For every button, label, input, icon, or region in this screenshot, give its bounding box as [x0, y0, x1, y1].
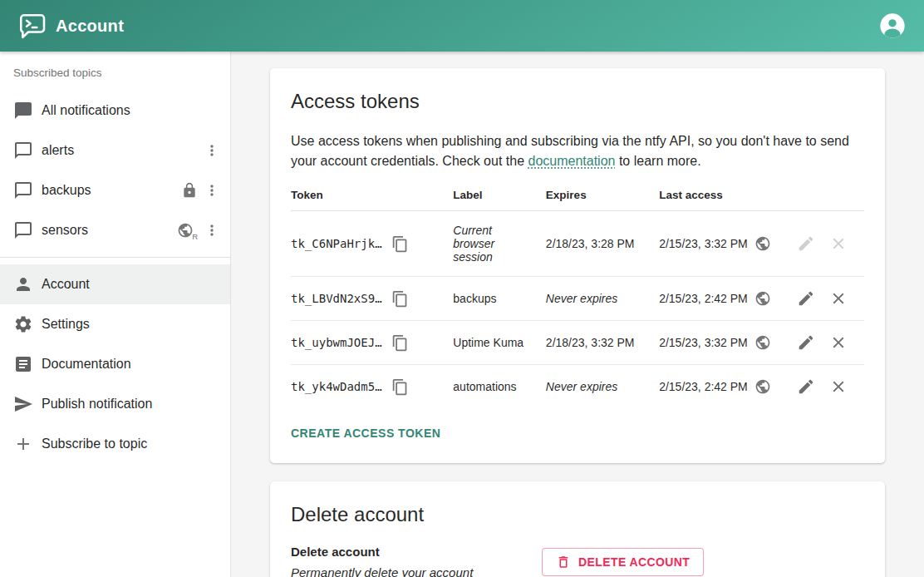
delete-account-card: Delete account Delete account Permanentl… — [270, 481, 885, 577]
chat-bubble-outline-icon — [13, 141, 33, 160]
close-icon[interactable] — [829, 333, 848, 352]
access-tokens-title: Access tokens — [291, 90, 864, 113]
token-label: Uptime Kuma — [453, 336, 533, 349]
documentation-link[interactable]: documentation — [528, 154, 616, 168]
description-text: to learn more. — [615, 154, 700, 168]
more-vert-icon — [204, 142, 220, 159]
delete-account-title: Delete account — [291, 503, 864, 526]
account-circle-icon — [879, 12, 906, 39]
sidebar-item-label: sensors — [42, 223, 177, 238]
globe-icon — [754, 290, 771, 307]
copy-icon[interactable] — [391, 378, 409, 396]
token-label: Current browser session — [453, 224, 533, 264]
table-row: tk_yk4wDadm5… automations Never expires … — [291, 365, 864, 409]
globe-icon — [754, 334, 771, 351]
globe-icon — [754, 378, 771, 395]
token-value: tk_C6NPaHrjk… — [291, 237, 382, 250]
token-expires: Never expires — [546, 380, 617, 393]
column-token: Token — [291, 180, 453, 211]
edit-icon[interactable] — [797, 377, 815, 396]
chat-bubble-outline-icon — [13, 180, 33, 200]
ntfy-logo-icon — [17, 11, 47, 41]
topic-menu-button[interactable] — [204, 142, 220, 159]
table-row: tk_C6NPaHrjk… Current browser session 2/… — [291, 211, 864, 277]
token-last-access: 2/15/23, 2:42 PM — [659, 292, 748, 305]
token-value: tk_yk4wDadm5… — [291, 380, 382, 393]
sidebar-divider — [0, 257, 230, 258]
sidebar-item-label: Publish notification — [42, 397, 220, 412]
topic-menu-button[interactable] — [204, 222, 220, 239]
app-bar: Account — [0, 0, 924, 52]
article-icon — [13, 354, 33, 374]
globe-reserved-icon: R — [177, 222, 198, 239]
sidebar-item-account[interactable]: Account — [0, 264, 230, 304]
edit-icon[interactable] — [797, 333, 815, 352]
sidebar: Subscribed topics All notifications aler… — [0, 52, 231, 577]
delete-account-item-subtitle: Permanently delete your account — [291, 565, 542, 577]
token-expires: 2/18/23, 3:28 PM — [546, 237, 635, 250]
sidebar-item-alerts[interactable]: alerts — [0, 131, 230, 170]
sidebar-item-label: Settings — [42, 317, 220, 332]
access-tokens-description: Use access tokens when publishing and su… — [291, 131, 864, 170]
more-vert-icon — [204, 222, 220, 239]
copy-icon[interactable] — [391, 334, 409, 352]
token-value: tk_LBVdN2xS9… — [291, 292, 382, 305]
column-expires: Expires — [546, 180, 659, 211]
table-row: tk_LBVdN2xS9… backups Never expires 2/15… — [291, 277, 864, 321]
access-tokens-card: Access tokens Use access tokens when pub… — [270, 68, 885, 463]
column-label: Label — [453, 180, 546, 211]
edit-icon — [797, 234, 815, 253]
sidebar-item-label: Subscribe to topic — [42, 436, 220, 451]
sidebar-item-all-notifications[interactable]: All notifications — [0, 91, 230, 131]
chat-bubble-outline-icon — [13, 220, 33, 240]
sidebar-item-label: Documentation — [42, 357, 220, 372]
trash-icon — [556, 555, 571, 570]
token-label: automations — [453, 380, 533, 393]
topic-menu-button[interactable] — [204, 182, 220, 199]
reserved-read-marker: R — [192, 232, 198, 241]
token-last-access: 2/15/23, 2:42 PM — [659, 380, 748, 393]
token-last-access: 2/15/23, 3:32 PM — [659, 336, 748, 349]
table-row: tk_uybwmJOEJ… Uptime Kuma 2/18/23, 3:32 … — [291, 321, 864, 365]
page-title: Account — [56, 17, 124, 36]
token-value: tk_uybwmJOEJ… — [291, 336, 382, 349]
copy-icon[interactable] — [391, 235, 409, 253]
token-expires: Never expires — [546, 292, 617, 305]
close-icon[interactable] — [829, 377, 848, 396]
token-last-access: 2/15/23, 3:32 PM — [659, 237, 748, 250]
person-icon — [13, 274, 33, 294]
edit-icon[interactable] — [797, 289, 815, 308]
create-access-token-button[interactable]: CREATE ACCESS TOKEN — [291, 422, 447, 445]
delete-account-button[interactable]: DELETE ACCOUNT — [542, 548, 704, 576]
sidebar-item-label: backups — [42, 183, 181, 198]
sidebar-item-label: Account — [42, 277, 220, 292]
plus-icon — [13, 434, 33, 454]
sidebar-item-subscribe-to-topic[interactable]: Subscribe to topic — [0, 424, 230, 464]
more-vert-icon — [204, 182, 220, 199]
main-content: Access tokens Use access tokens when pub… — [231, 52, 924, 577]
sidebar-item-label: All notifications — [42, 103, 220, 118]
delete-account-button-label: DELETE ACCOUNT — [578, 555, 690, 569]
sidebar-item-documentation[interactable]: Documentation — [0, 344, 230, 384]
column-last-access: Last access — [659, 180, 797, 211]
sidebar-item-sensors[interactable]: sensors R — [0, 210, 230, 250]
globe-icon — [754, 235, 771, 252]
sidebar-item-backups[interactable]: backups — [0, 170, 230, 210]
token-expires: 2/18/23, 3:32 PM — [546, 336, 635, 349]
subscribed-topics-label: Subscribed topics — [0, 67, 230, 79]
close-icon[interactable] — [829, 289, 848, 308]
token-label: backups — [453, 292, 533, 305]
sidebar-item-publish-notification[interactable]: Publish notification — [0, 384, 230, 424]
access-tokens-table: Token Label Expires Last access tk_C6NPa… — [291, 180, 864, 408]
delete-account-row: Delete account Permanently delete your a… — [291, 545, 864, 577]
lock-icon — [181, 182, 198, 199]
gear-icon — [13, 314, 33, 334]
delete-account-item-title: Delete account — [291, 545, 542, 559]
sidebar-item-label: alerts — [42, 143, 204, 158]
sidebar-item-settings[interactable]: Settings — [0, 304, 230, 344]
account-menu-button[interactable] — [879, 12, 906, 39]
close-icon — [829, 234, 848, 253]
copy-icon[interactable] — [391, 290, 409, 308]
column-actions — [797, 180, 864, 211]
table-header-row: Token Label Expires Last access — [291, 180, 864, 211]
